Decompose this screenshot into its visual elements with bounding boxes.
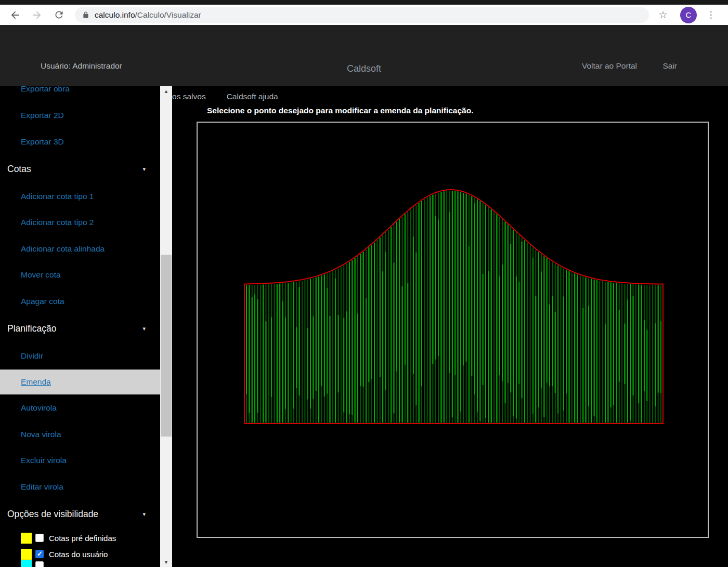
planification-figure[interactable] xyxy=(198,123,708,537)
browser-menu-icon[interactable]: ⋮ xyxy=(702,6,720,24)
chevron-down-icon: ▾ xyxy=(142,511,146,518)
url-text: calculo.info/Calculo/Visualizar xyxy=(95,10,201,20)
scrollbar-thumb[interactable] xyxy=(161,255,172,437)
section-label: Cotas xyxy=(7,164,31,175)
drawing-canvas[interactable] xyxy=(197,122,709,538)
sidebar-item-editar-virola[interactable]: Editar virola xyxy=(0,482,63,492)
back-arrow-icon xyxy=(9,9,21,21)
window-top-strip xyxy=(0,0,728,5)
sidebar-item-adicionar-cota-alinhada[interactable]: Adicionar cota alinhada xyxy=(0,244,105,254)
sidebar-item-excluir-virola[interactable]: Excluir virola xyxy=(0,456,67,465)
url-path: /Calculo/Visualizar xyxy=(135,10,201,19)
sidebar-item-dividir[interactable]: Dividir xyxy=(0,351,43,361)
sidebar-item-exportar-obra[interactable]: Exportar obra xyxy=(0,86,70,94)
portal-link[interactable]: Voltar ao Portal xyxy=(582,61,637,71)
sidebar-section-planifica-o[interactable]: Planificação▾ xyxy=(0,323,160,334)
visibility-checkbox[interactable] xyxy=(35,534,44,542)
color-swatch xyxy=(21,533,32,544)
chevron-down-icon: ▾ xyxy=(142,166,146,173)
checkbox-label: Cotas pré definidas xyxy=(49,534,116,543)
sidebar-item-apagar-cota[interactable]: Apagar cota xyxy=(0,297,64,306)
section-label: Opções de visibilidade xyxy=(7,509,98,520)
section-label: Planificação xyxy=(7,323,56,334)
address-bar[interactable]: calculo.info/Calculo/Visualizar xyxy=(75,7,649,23)
reload-icon xyxy=(54,9,64,20)
logout-link[interactable]: Sair xyxy=(662,61,677,71)
sidebar-item-exportar-2d[interactable]: Exportar 2D xyxy=(0,111,64,120)
app-header: Usuário: Administrador Caldsoft Voltar a… xyxy=(0,25,728,86)
chevron-down-icon: ▾ xyxy=(142,325,146,332)
scroll-down-icon[interactable]: ▼ xyxy=(160,557,172,567)
back-button[interactable] xyxy=(6,6,24,24)
sidebar-item-mover-cota[interactable]: Mover cota xyxy=(0,270,61,280)
sidebar-item-adicionar-cota-tipo-1[interactable]: Adicionar cota tipo 1 xyxy=(0,192,94,201)
color-swatch xyxy=(21,560,32,567)
visibility-checkbox[interactable] xyxy=(35,561,44,567)
browser-toolbar: calculo.info/Calculo/Visualizar ☆ C ⋮ xyxy=(0,5,728,25)
nav-link-caldsoft-ajuda[interactable]: Caldsoft ajuda xyxy=(227,92,278,101)
sidebar-item-nova-virola[interactable]: Nova virola xyxy=(0,430,61,439)
sidebar-item-adicionar-cota-tipo-2[interactable]: Adicionar cota tipo 2 xyxy=(0,218,94,227)
instruction-text: Selecione o ponto desejado para modifica… xyxy=(207,106,474,115)
forward-arrow-icon xyxy=(31,9,43,21)
sidebar-item-autovirola[interactable]: Autovirola xyxy=(0,403,57,413)
sidebar-item-emenda[interactable]: Emenda xyxy=(0,377,51,387)
sidebar-section-op-es-de-visibilidade[interactable]: Opções de visibilidade▾ xyxy=(0,509,160,520)
profile-avatar[interactable]: C xyxy=(680,7,697,23)
forward-button[interactable] xyxy=(28,6,46,24)
scroll-up-icon[interactable]: ▲ xyxy=(160,86,172,96)
url-host: calculo.info xyxy=(95,10,135,19)
bookmark-star-icon[interactable]: ☆ xyxy=(654,6,672,24)
reload-button[interactable] xyxy=(50,6,68,24)
sidebar: Exportar obraExportar 2DExportar 3DCotas… xyxy=(0,86,160,567)
sidebar-item-exportar-3d[interactable]: Exportar 3D xyxy=(0,137,64,147)
sidebar-scrollbar[interactable]: ▲ ▼ xyxy=(160,86,172,567)
lock-icon xyxy=(82,11,89,19)
sidebar-section-cotas[interactable]: Cotas▾ xyxy=(0,164,160,175)
